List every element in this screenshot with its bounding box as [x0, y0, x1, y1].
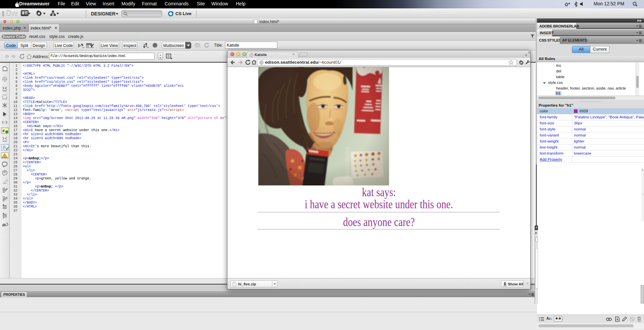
svg-text:#: # — [2, 129, 5, 133]
svg-text:!: ! — [4, 155, 5, 158]
